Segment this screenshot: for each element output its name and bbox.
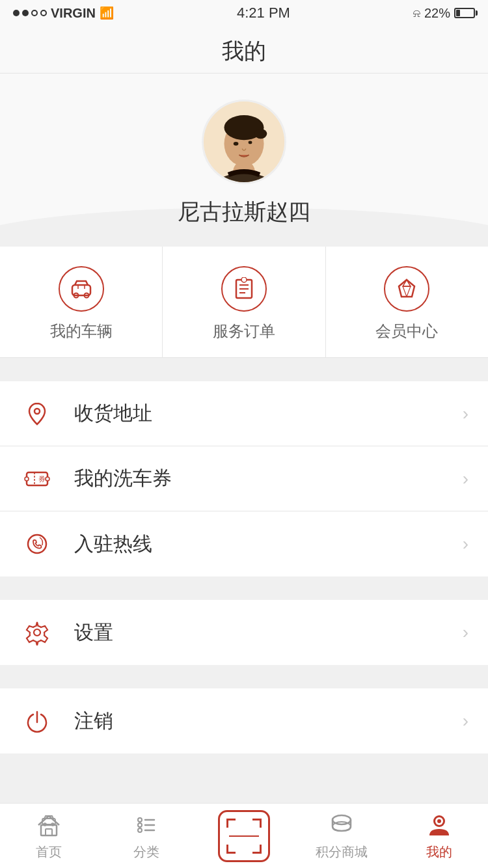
scanner-corner-br	[252, 845, 262, 854]
address-label: 收货地址	[74, 400, 463, 427]
mine-tab-label: 我的	[426, 843, 452, 861]
tab-home[interactable]: 首页	[0, 804, 98, 868]
svg-point-7	[249, 141, 252, 144]
wifi-icon: 📶	[100, 6, 114, 20]
bottom-spacer	[0, 753, 488, 765]
svg-marker-18	[399, 280, 414, 297]
points-mall-tab-label: 积分商城	[316, 843, 368, 861]
order-icon	[221, 266, 267, 312]
svg-point-39	[138, 828, 142, 832]
avatar-svg	[204, 100, 284, 184]
svg-point-5	[254, 129, 267, 139]
svg-point-38	[138, 823, 142, 827]
svg-point-26	[46, 477, 49, 481]
profile-name: 尼古拉斯赵四	[178, 197, 310, 227]
status-bar: VIRGIN 📶 4:21 PM ⍾ 22%	[0, 0, 488, 26]
page-title: 我的	[222, 38, 266, 63]
diamond-icon	[384, 266, 429, 312]
logout-label: 注销	[74, 708, 463, 735]
svg-point-6	[234, 142, 239, 146]
svg-point-23	[34, 409, 40, 414]
svg-point-47	[437, 819, 441, 823]
menu-item-settings[interactable]: 设置 ›	[0, 600, 488, 665]
menu-item-logout[interactable]: 注销 ›	[0, 688, 488, 753]
avatar[interactable]	[202, 100, 286, 184]
battery-icon	[454, 8, 475, 18]
phone-icon	[20, 526, 55, 562]
menu-section-1: 收货地址 › 券 我的洗车券 ›	[0, 381, 488, 576]
svg-point-17	[241, 277, 247, 282]
menu-item-hotline[interactable]: 入驻热线 ›	[0, 511, 488, 576]
carrier-label: VIRGIN	[51, 6, 96, 21]
svg-rect-33	[46, 829, 52, 835]
tab-category[interactable]: 分类	[98, 804, 195, 868]
quick-action-my-vehicle[interactable]: 我的车辆	[0, 247, 163, 357]
bluetooth-icon: ⍾	[413, 7, 420, 20]
hotline-arrow: ›	[463, 534, 468, 554]
svg-point-37	[138, 818, 142, 822]
dot3	[31, 10, 38, 16]
menu-separator-3	[0, 665, 488, 677]
mine-icon	[425, 811, 454, 839]
power-icon	[20, 703, 55, 739]
location-icon	[20, 396, 55, 431]
svg-text:券: 券	[38, 475, 46, 483]
scanner-line	[229, 835, 259, 837]
settings-label: 设置	[74, 619, 463, 646]
category-icon	[132, 811, 161, 839]
home-tab-label: 首页	[36, 843, 62, 861]
menu-separator-2	[0, 576, 488, 588]
status-right: ⍾ 22%	[413, 6, 475, 21]
car-wash-coupon-label: 我的洗车券	[74, 465, 463, 492]
scanner-corner-tl	[226, 819, 236, 828]
profile-section: 尼古拉斯赵四	[0, 74, 488, 247]
battery-percent: 22%	[424, 6, 450, 21]
service-order-label: 服务订单	[213, 321, 275, 342]
dot2	[22, 10, 29, 16]
menu-item-car-wash-coupon[interactable]: 券 我的洗车券 ›	[0, 446, 488, 511]
svg-point-30	[34, 629, 40, 636]
svg-rect-32	[41, 825, 57, 835]
logout-arrow: ›	[463, 711, 468, 731]
status-left: VIRGIN 📶	[13, 6, 114, 21]
dot1	[13, 10, 20, 16]
signal-dots	[13, 10, 47, 16]
menu-separator-1	[0, 358, 488, 370]
home-icon	[34, 811, 63, 839]
scanner-corner-bl	[226, 845, 236, 854]
tab-scanner[interactable]	[195, 804, 293, 868]
points-icon	[327, 811, 356, 839]
quick-action-service-order[interactable]: 服务订单	[163, 247, 325, 357]
settings-arrow: ›	[463, 622, 468, 643]
coupon-icon: 券	[20, 461, 55, 496]
dot4	[40, 10, 47, 16]
quick-actions: 我的车辆 服务订单	[0, 247, 488, 358]
member-center-label: 会员中心	[375, 321, 438, 342]
quick-action-member-center[interactable]: 会员中心	[326, 247, 488, 357]
tab-mine[interactable]: 我的	[390, 804, 488, 868]
page-header: 我的	[0, 26, 488, 74]
menu-section-3: 注销 ›	[0, 688, 488, 753]
svg-point-25	[25, 477, 29, 481]
svg-point-44	[332, 822, 351, 831]
my-vehicle-label: 我的车辆	[50, 321, 113, 342]
svg-line-20	[403, 286, 407, 297]
battery-fill	[456, 10, 460, 16]
page-content: VIRGIN 📶 4:21 PM ⍾ 22% 我的	[0, 0, 488, 837]
tab-bar: 首页 分类	[0, 803, 488, 868]
status-time: 4:21 PM	[237, 5, 290, 21]
svg-line-21	[407, 286, 411, 297]
tab-points-mall[interactable]: 积分商城	[293, 804, 390, 868]
car-icon	[59, 266, 104, 312]
menu-item-address[interactable]: 收货地址 ›	[0, 381, 488, 446]
scanner-icon	[218, 810, 270, 862]
menu-section-2: 设置 ›	[0, 600, 488, 665]
coupon-arrow: ›	[463, 468, 468, 489]
category-tab-label: 分类	[133, 843, 159, 861]
address-arrow: ›	[463, 403, 468, 424]
svg-point-29	[28, 535, 46, 553]
scanner-corner-tr	[252, 819, 262, 828]
scanner-inner	[226, 819, 262, 854]
hotline-label: 入驻热线	[74, 531, 463, 558]
settings-icon	[20, 615, 55, 650]
